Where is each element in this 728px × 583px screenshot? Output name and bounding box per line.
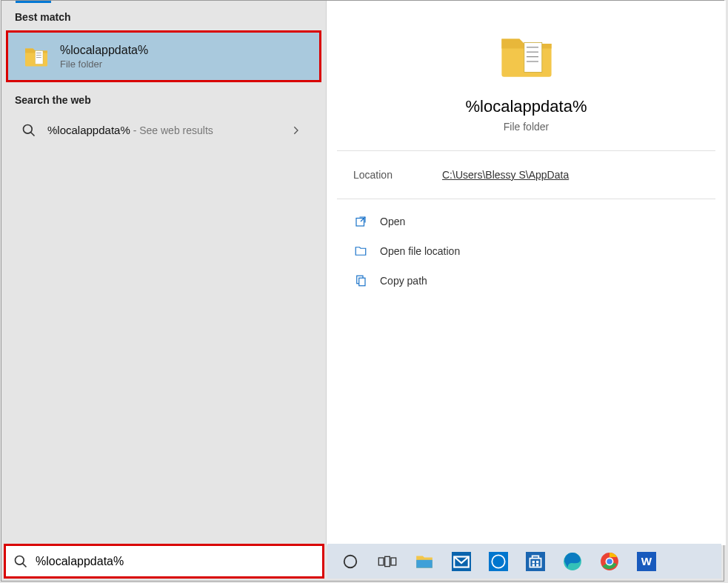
search-icon bbox=[13, 554, 28, 569]
svg-line-5 bbox=[31, 133, 35, 136]
svg-line-12 bbox=[361, 217, 365, 221]
taskbar-mail-icon[interactable] bbox=[449, 549, 474, 574]
svg-rect-19 bbox=[385, 556, 390, 566]
chevron-right-icon bbox=[290, 124, 302, 136]
best-match-result[interactable]: %localappdata% File folder bbox=[6, 30, 321, 82]
action-copy-path[interactable]: Copy path bbox=[349, 266, 711, 296]
svg-rect-18 bbox=[378, 558, 384, 565]
best-match-title: %localappdata% bbox=[60, 44, 148, 57]
svg-rect-20 bbox=[391, 558, 396, 565]
best-match-texts: %localappdata% File folder bbox=[60, 44, 148, 70]
svg-point-4 bbox=[24, 125, 33, 134]
svg-rect-28 bbox=[532, 560, 535, 562]
action-open-location-label: Open file location bbox=[380, 245, 460, 257]
location-path-link[interactable]: C:\Users\Blessy S\AppData bbox=[442, 169, 569, 181]
action-open-location[interactable]: Open file location bbox=[349, 236, 711, 266]
results-column: Best match %localappdata% File folder Se… bbox=[1, 1, 326, 545]
search-box[interactable] bbox=[4, 544, 324, 579]
windows-search-panel: Best match %localappdata% File folder Se… bbox=[1, 0, 724, 582]
copy-icon bbox=[353, 273, 368, 288]
action-copy-path-label: Copy path bbox=[380, 275, 427, 287]
best-match-heading: Best match bbox=[1, 4, 326, 30]
action-open-label: Open bbox=[380, 216, 405, 227]
svg-rect-30 bbox=[532, 564, 535, 566]
svg-rect-29 bbox=[536, 560, 538, 562]
web-result-text: %localappdata% - See web results bbox=[47, 124, 213, 137]
action-open[interactable]: Open bbox=[349, 207, 711, 236]
actions-list: Open Open file location Copy path bbox=[327, 199, 726, 303]
svg-rect-31 bbox=[536, 564, 538, 566]
details-pane: %localappdata% File folder Location C:\U… bbox=[326, 1, 726, 545]
taskbar-file-explorer-icon[interactable] bbox=[412, 549, 437, 574]
folder-location-icon bbox=[353, 244, 368, 259]
best-match-subtitle: File folder bbox=[60, 59, 148, 70]
svg-rect-26 bbox=[526, 552, 545, 571]
svg-line-16 bbox=[23, 563, 27, 567]
taskbar-word-icon[interactable]: W bbox=[634, 549, 659, 574]
filter-tabs-bar bbox=[1, 1, 326, 4]
folder-large-icon bbox=[497, 26, 556, 85]
folder-icon bbox=[23, 43, 50, 70]
location-row: Location C:\Users\Blessy S\AppData bbox=[327, 151, 726, 199]
taskbar-edge-icon[interactable] bbox=[560, 549, 585, 574]
taskbar-chrome-icon[interactable] bbox=[597, 549, 622, 574]
search-icon bbox=[21, 122, 37, 139]
web-result-suffix: - See web results bbox=[130, 124, 213, 136]
search-web-heading: Search the web bbox=[1, 87, 326, 113]
svg-point-35 bbox=[607, 559, 612, 564]
svg-point-15 bbox=[16, 556, 24, 564]
taskbar-task-view-icon[interactable] bbox=[375, 549, 400, 574]
svg-text:W: W bbox=[641, 555, 652, 567]
taskbar-microsoft-store-icon[interactable] bbox=[523, 549, 548, 574]
details-subtitle: File folder bbox=[327, 121, 726, 133]
taskbar-cortana-icon[interactable] bbox=[338, 549, 363, 574]
location-label: Location bbox=[353, 169, 442, 181]
active-tab-indicator bbox=[16, 1, 51, 3]
taskbar: W bbox=[327, 544, 721, 579]
web-search-result[interactable]: %localappdata% - See web results bbox=[6, 113, 321, 147]
svg-point-17 bbox=[344, 555, 357, 567]
taskbar-dell-icon[interactable] bbox=[486, 549, 511, 574]
open-icon bbox=[353, 214, 368, 229]
web-result-title: %localappdata% bbox=[47, 124, 130, 136]
search-input[interactable] bbox=[36, 555, 315, 568]
details-header: %localappdata% File folder bbox=[327, 1, 726, 150]
svg-rect-21 bbox=[416, 559, 433, 567]
svg-rect-14 bbox=[359, 278, 365, 286]
details-title: %localappdata% bbox=[327, 97, 726, 116]
